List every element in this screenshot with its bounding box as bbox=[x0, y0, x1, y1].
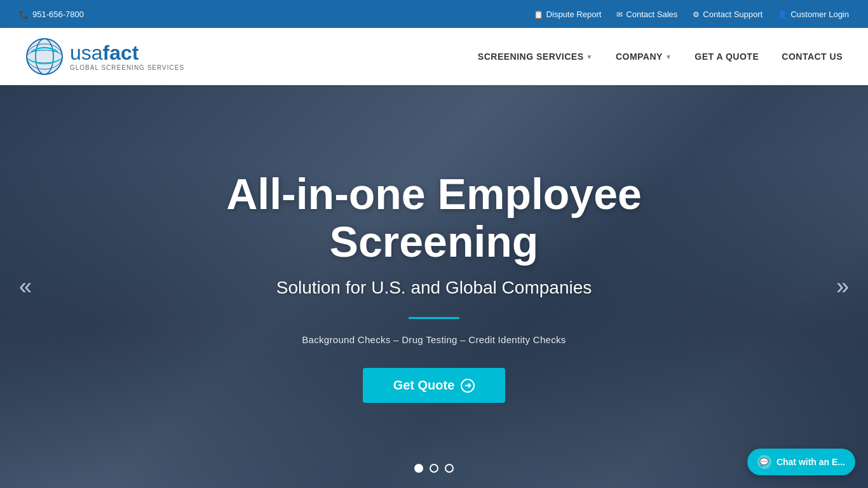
mail-icon bbox=[616, 10, 623, 19]
logo-usa-normal: usa bbox=[70, 41, 103, 64]
logo-usa: usafact bbox=[70, 42, 139, 64]
customer-login-link[interactable]: Customer Login bbox=[778, 10, 849, 19]
topbar-phone: 951-656-7800 bbox=[19, 10, 84, 19]
navbar: usafact GLOBAL SCREENING SERVICES SCREEN… bbox=[0, 28, 868, 85]
get-quote-button[interactable]: Get Quote ➜ bbox=[363, 368, 506, 403]
carousel-next-button[interactable]: » bbox=[830, 267, 855, 306]
hero-title: All-in-one Employee Screening bbox=[161, 170, 707, 266]
nav-links: SCREENING SERVICES ▼ COMPANY ▼ GET A QUO… bbox=[478, 51, 843, 62]
contact-support-label: Contact Support bbox=[703, 10, 763, 19]
hero-divider bbox=[409, 317, 459, 319]
contact-sales-label: Contact Sales bbox=[626, 10, 677, 19]
contact-support-link[interactable]: Contact Support bbox=[693, 10, 763, 19]
topbar-links: Dispute Report Contact Sales Contact Sup… bbox=[534, 10, 849, 19]
hero-subtitle: Solution for U.S. and Global Companies bbox=[161, 278, 707, 298]
contact-sales-link[interactable]: Contact Sales bbox=[616, 10, 677, 19]
nav-get-a-quote[interactable]: GET A QUOTE bbox=[695, 51, 759, 62]
logo-text: usafact GLOBAL SCREENING SERVICES bbox=[70, 42, 184, 71]
customer-login-label: Customer Login bbox=[790, 10, 849, 19]
nav-screening-label: SCREENING SERVICES bbox=[478, 51, 584, 62]
topbar: 951-656-7800 Dispute Report Contact Sale… bbox=[0, 0, 868, 28]
prev-arrow-icon: « bbox=[19, 273, 32, 299]
get-quote-label: Get Quote bbox=[393, 378, 455, 393]
carousel-dots bbox=[414, 464, 454, 473]
company-dropdown-icon: ▼ bbox=[665, 53, 672, 60]
carousel-dot-2[interactable] bbox=[430, 464, 438, 473]
carousel-dot-3[interactable] bbox=[445, 464, 454, 473]
carousel-dot-1[interactable] bbox=[414, 464, 423, 473]
logo[interactable]: usafact GLOBAL SCREENING SERVICES bbox=[25, 37, 184, 76]
hero-section: « All-in-one Employee Screening Solution… bbox=[0, 85, 868, 488]
chat-widget[interactable]: 💬 Chat with an E... bbox=[747, 449, 855, 475]
logo-globe-icon bbox=[25, 37, 64, 76]
nav-company-label: COMPANY bbox=[616, 51, 663, 62]
dispute-report-label: Dispute Report bbox=[546, 10, 602, 19]
document-icon bbox=[534, 10, 543, 19]
phone-icon bbox=[19, 10, 29, 19]
chat-icon: 💬 bbox=[757, 455, 771, 469]
hero-services-text: Background Checks – Drug Testing – Credi… bbox=[161, 334, 707, 345]
next-arrow-icon: » bbox=[836, 273, 849, 299]
logo-fact-bold: fact bbox=[103, 41, 139, 64]
logo-tagline: GLOBAL SCREENING SERVICES bbox=[70, 64, 184, 71]
nav-quote-label: GET A QUOTE bbox=[695, 51, 759, 62]
nav-company[interactable]: COMPANY ▼ bbox=[616, 51, 672, 62]
user-icon bbox=[778, 10, 787, 19]
support-icon bbox=[693, 10, 700, 19]
nav-contact-label: CONTACT US bbox=[782, 51, 843, 62]
nav-screening-services[interactable]: SCREENING SERVICES ▼ bbox=[478, 51, 593, 62]
chat-label: Chat with an E... bbox=[776, 457, 845, 467]
get-quote-arrow-icon: ➜ bbox=[461, 379, 475, 393]
hero-content: All-in-one Employee Screening Solution f… bbox=[148, 170, 720, 403]
phone-number: 951-656-7800 bbox=[32, 10, 84, 19]
carousel-prev-button[interactable]: « bbox=[13, 267, 38, 306]
nav-contact-us[interactable]: CONTACT US bbox=[782, 51, 843, 62]
screening-dropdown-icon: ▼ bbox=[587, 53, 593, 60]
dispute-report-link[interactable]: Dispute Report bbox=[534, 10, 602, 19]
